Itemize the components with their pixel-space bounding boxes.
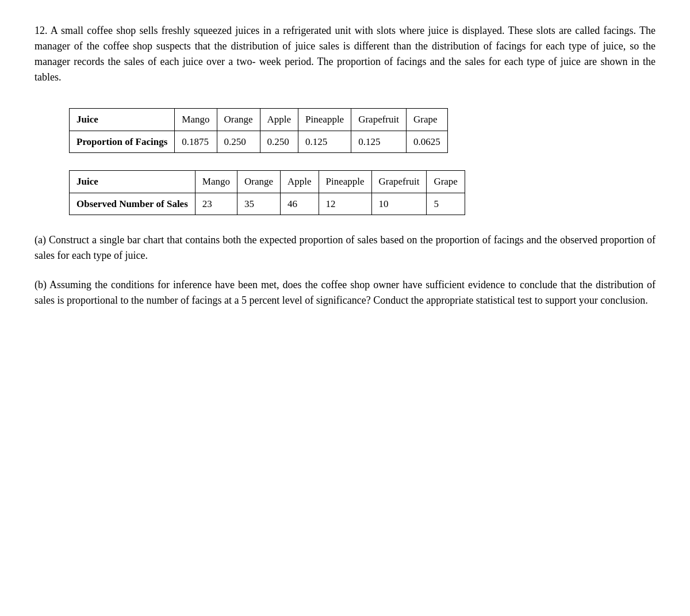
table-cell: 35 bbox=[237, 193, 280, 215]
question-intro-text: A small coffee shop sells freshly squeez… bbox=[34, 25, 656, 83]
sales-table: Juice Mango Orange Apple Pineapple Grape… bbox=[69, 170, 465, 215]
facings-table: Juice Mango Orange Apple Pineapple Grape… bbox=[69, 108, 448, 153]
table-cell: Grapefruit bbox=[371, 171, 427, 193]
table-cell: Mango bbox=[175, 109, 217, 131]
table-cell: 5 bbox=[427, 193, 465, 215]
table-cell: Proportion of Facings bbox=[70, 131, 175, 153]
table-cell: Grapefruit bbox=[351, 109, 407, 131]
table-row: Juice Mango Orange Apple Pineapple Grape… bbox=[70, 171, 465, 193]
table-cell: Mango bbox=[195, 171, 237, 193]
table-cell: 46 bbox=[280, 193, 319, 215]
table-cell: 23 bbox=[195, 193, 237, 215]
table-cell: Grape bbox=[406, 109, 447, 131]
table-cell: Juice bbox=[70, 171, 195, 193]
question-number: 12. bbox=[34, 25, 48, 36]
table-cell: 12 bbox=[319, 193, 371, 215]
table-cell: 0.0625 bbox=[406, 131, 447, 153]
table2-container: Juice Mango Orange Apple Pineapple Grape… bbox=[34, 170, 656, 215]
part-b-text: (b) Assuming the conditions for inferenc… bbox=[34, 277, 656, 308]
table-cell: 0.125 bbox=[351, 131, 407, 153]
table-cell: Orange bbox=[237, 171, 280, 193]
question-container: 12. A small coffee shop sells freshly sq… bbox=[34, 23, 656, 308]
table-cell: Juice bbox=[70, 109, 175, 131]
question-intro: 12. A small coffee shop sells freshly sq… bbox=[34, 23, 656, 85]
table-cell: 0.125 bbox=[298, 131, 351, 153]
table1-container: Juice Mango Orange Apple Pineapple Grape… bbox=[34, 108, 656, 153]
table-cell: 0.250 bbox=[217, 131, 260, 153]
table-cell: 0.1875 bbox=[175, 131, 217, 153]
table-row: Juice Mango Orange Apple Pineapple Grape… bbox=[70, 109, 448, 131]
table-cell: Apple bbox=[260, 109, 298, 131]
table-cell: Observed Number of Sales bbox=[70, 193, 195, 215]
table-cell: 0.250 bbox=[260, 131, 298, 153]
table-row: Observed Number of Sales 23 35 46 12 10 … bbox=[70, 193, 465, 215]
table-cell: Grape bbox=[427, 171, 465, 193]
part-a-text: (a) Construct a single bar chart that co… bbox=[34, 232, 656, 263]
table-cell: Pineapple bbox=[298, 109, 351, 131]
table-row: Proportion of Facings 0.1875 0.250 0.250… bbox=[70, 131, 448, 153]
table-cell: Apple bbox=[280, 171, 319, 193]
table-cell: Orange bbox=[217, 109, 260, 131]
table-cell: 10 bbox=[371, 193, 427, 215]
table-cell: Pineapple bbox=[319, 171, 371, 193]
